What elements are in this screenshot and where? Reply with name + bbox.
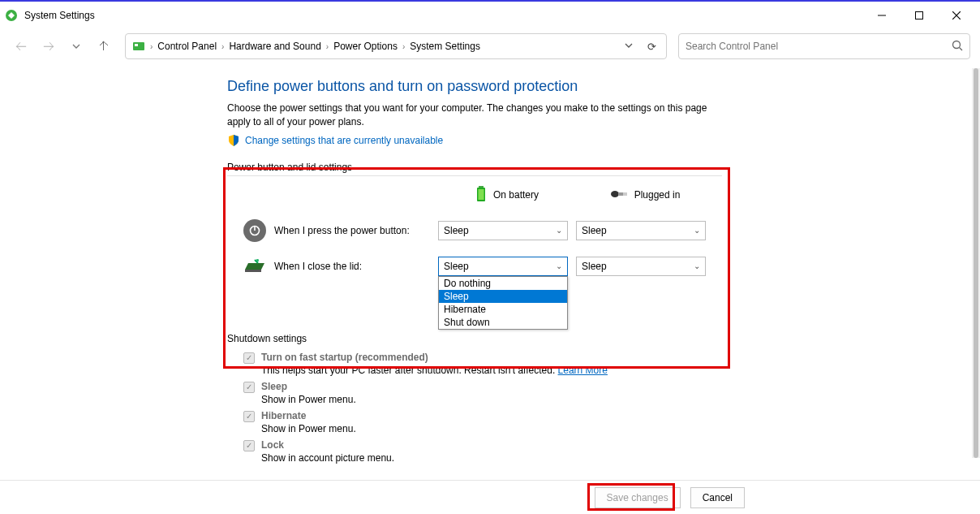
change-settings-link[interactable]: Change settings that are currently unava… xyxy=(245,135,443,146)
svg-point-7 xyxy=(953,41,961,48)
fast-startup-desc: This helps start your PC faster after sh… xyxy=(261,365,558,376)
breadcrumb-item[interactable]: System Settings xyxy=(410,41,480,52)
hibernate-checkbox: ✓ xyxy=(243,411,255,422)
dropdown-option[interactable]: Do nothing xyxy=(439,277,567,290)
chevron-right-icon: › xyxy=(150,42,153,51)
refresh-button[interactable]: ⟳ xyxy=(647,41,656,53)
sleep-checkbox: ✓ xyxy=(243,382,255,393)
power-button-row-label: When I press the power button: xyxy=(274,225,410,236)
lock-label: Lock xyxy=(261,439,284,451)
dropdown-option[interactable]: Sleep xyxy=(439,290,567,303)
forward-button[interactable]: 🡢 xyxy=(37,35,60,58)
lid-plugged-combo[interactable]: Sleep ⌄ xyxy=(576,257,706,276)
hibernate-desc: Show in Power menu. xyxy=(261,423,980,434)
page-description: Choose the power settings that you want … xyxy=(227,102,722,129)
svg-line-8 xyxy=(960,47,963,50)
cancel-button[interactable]: Cancel xyxy=(690,487,745,508)
search-input[interactable] xyxy=(686,41,952,52)
minimize-button[interactable] xyxy=(863,2,900,28)
dropdown-option[interactable]: Hibernate xyxy=(439,303,567,316)
chevron-down-icon: ⌄ xyxy=(556,226,562,235)
lid-battery-combo[interactable]: Sleep ⌄ xyxy=(438,257,568,276)
breadcrumb-item[interactable]: Hardware and Sound xyxy=(229,41,320,52)
sleep-desc: Show in Power menu. xyxy=(261,394,980,405)
chevron-down-icon: ⌄ xyxy=(556,261,562,270)
learn-more-link[interactable]: Learn More xyxy=(558,365,608,376)
nav-row: 🡠 🡢 🡡 › Control Panel › Hardware and Sou… xyxy=(0,29,980,63)
fast-startup-checkbox: ✓ xyxy=(243,352,255,364)
lid-battery-dropdown: Do nothing Sleep Hibernate Shut down xyxy=(438,276,568,330)
svg-rect-11 xyxy=(478,189,484,200)
lock-desc: Show in account picture menu. xyxy=(261,452,980,464)
titlebar: System Settings xyxy=(0,2,980,29)
chevron-down-icon: ⌄ xyxy=(694,261,700,270)
on-battery-header: On battery xyxy=(438,186,576,205)
chevron-right-icon: › xyxy=(402,42,405,51)
plug-icon xyxy=(610,189,628,201)
window-title: System Settings xyxy=(24,10,95,21)
app-icon xyxy=(5,9,18,22)
close-button[interactable] xyxy=(938,2,975,28)
save-changes-button[interactable]: Save changes xyxy=(595,487,681,508)
lid-row-label: When I close the lid: xyxy=(274,261,362,272)
power-button-icon xyxy=(243,219,266,242)
breadcrumb-dropdown[interactable] xyxy=(625,41,633,51)
maximize-button[interactable] xyxy=(900,2,938,28)
page-heading: Define power buttons and turn on passwor… xyxy=(227,78,980,95)
chevron-right-icon: › xyxy=(326,42,329,51)
footer-buttons: Save changes Cancel xyxy=(0,480,980,514)
power-section-title: Power button and lid settings xyxy=(227,162,722,176)
dropdown-option[interactable]: Shut down xyxy=(439,316,567,329)
power-button-plugged-combo[interactable]: Sleep ⌄ xyxy=(576,221,706,240)
sleep-label: Sleep xyxy=(261,381,287,392)
battery-icon xyxy=(475,186,487,205)
search-icon[interactable] xyxy=(952,40,963,54)
up-button[interactable]: 🡡 xyxy=(92,35,115,58)
fast-startup-label: Turn on fast startup (recommended) xyxy=(261,352,428,363)
breadcrumb-item[interactable]: Control Panel xyxy=(157,41,217,52)
chevron-down-icon: ⌄ xyxy=(694,226,700,235)
svg-rect-6 xyxy=(135,44,138,46)
svg-rect-9 xyxy=(479,186,484,188)
breadcrumb-item[interactable]: Power Options xyxy=(333,41,398,52)
back-button[interactable]: 🡠 xyxy=(10,35,32,58)
search-box[interactable] xyxy=(678,33,970,59)
shutdown-section-title: Shutdown settings xyxy=(227,333,722,347)
lock-checkbox: ✓ xyxy=(243,440,255,451)
svg-rect-2 xyxy=(916,12,923,19)
breadcrumb[interactable]: › Control Panel › Hardware and Sound › P… xyxy=(125,33,667,59)
plugged-in-header: Plugged in xyxy=(576,189,714,201)
svg-point-12 xyxy=(611,191,619,197)
history-dropdown[interactable] xyxy=(65,35,88,58)
hibernate-label: Hibernate xyxy=(261,410,306,421)
control-panel-icon xyxy=(132,40,145,53)
power-button-battery-combo[interactable]: Sleep ⌄ xyxy=(438,221,568,240)
chevron-right-icon: › xyxy=(221,42,224,51)
svg-rect-13 xyxy=(618,192,623,196)
shield-icon xyxy=(227,134,240,147)
lid-icon xyxy=(243,258,266,274)
